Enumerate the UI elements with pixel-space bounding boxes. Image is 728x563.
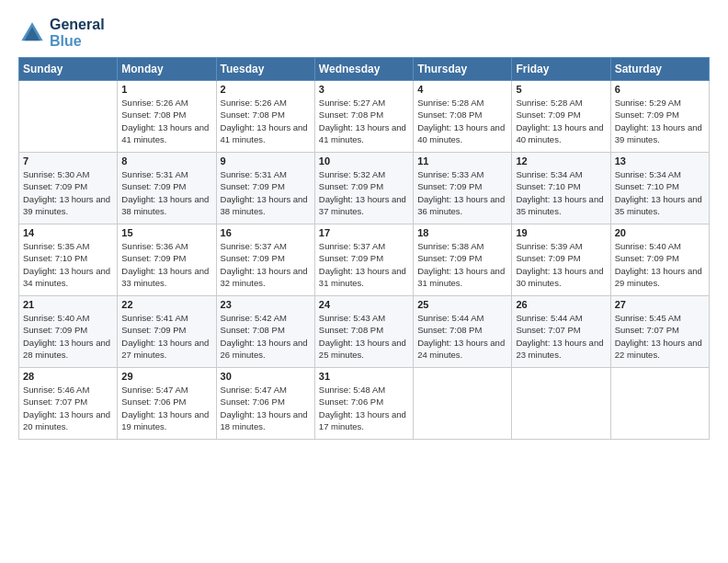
calendar-cell: 10Sunrise: 5:32 AMSunset: 7:09 PMDayligh…: [314, 153, 413, 224]
cell-info: Sunrise: 5:31 AMSunset: 7:09 PMDaylight:…: [121, 169, 209, 216]
cell-info: Sunrise: 5:28 AMSunset: 7:09 PMDaylight:…: [516, 98, 603, 144]
cell-info: Sunrise: 5:35 AMSunset: 7:10 PMDaylight:…: [23, 241, 110, 288]
calendar-cell: 11Sunrise: 5:33 AMSunset: 7:09 PMDayligh…: [414, 153, 512, 224]
header: General Blue: [18, 17, 710, 50]
day-number: 28: [23, 371, 113, 382]
day-number: 17: [319, 227, 409, 238]
calendar-cell: 15Sunrise: 5:36 AMSunset: 7:09 PMDayligh…: [118, 224, 216, 296]
day-number: 4: [417, 84, 507, 95]
cell-info: Sunrise: 5:40 AMSunset: 7:09 PMDaylight:…: [615, 241, 702, 288]
calendar-cell: [512, 368, 610, 440]
cell-info: Sunrise: 5:44 AMSunset: 7:07 PMDaylight:…: [516, 313, 603, 360]
calendar-cell: 13Sunrise: 5:34 AMSunset: 7:10 PMDayligh…: [610, 153, 709, 224]
cell-info: Sunrise: 5:44 AMSunset: 7:08 PMDaylight:…: [417, 313, 505, 360]
week-row-2: 14Sunrise: 5:35 AMSunset: 7:10 PMDayligh…: [19, 224, 710, 296]
day-number: 12: [516, 155, 606, 167]
calendar-cell: 30Sunrise: 5:47 AMSunset: 7:06 PMDayligh…: [216, 368, 314, 440]
day-number: 9: [221, 155, 311, 167]
cell-info: Sunrise: 5:34 AMSunset: 7:10 PMDaylight:…: [615, 169, 702, 216]
calendar-cell: 24Sunrise: 5:43 AMSunset: 7:08 PMDayligh…: [314, 296, 413, 368]
week-row-0: 1Sunrise: 5:26 AMSunset: 7:08 PMDaylight…: [19, 81, 710, 153]
calendar-cell: 1Sunrise: 5:26 AMSunset: 7:08 PMDaylight…: [118, 81, 216, 153]
calendar-cell: 19Sunrise: 5:39 AMSunset: 7:09 PMDayligh…: [512, 224, 610, 296]
calendar-cell: [610, 368, 709, 440]
calendar-cell: 20Sunrise: 5:40 AMSunset: 7:09 PMDayligh…: [610, 224, 709, 296]
day-number: 1: [121, 84, 211, 95]
weekday-wednesday: Wednesday: [314, 58, 413, 81]
day-number: 3: [319, 84, 409, 95]
day-number: 26: [516, 299, 606, 310]
cell-info: Sunrise: 5:37 AMSunset: 7:09 PMDaylight:…: [221, 241, 308, 288]
cell-info: Sunrise: 5:36 AMSunset: 7:09 PMDaylight:…: [121, 241, 209, 288]
day-number: 14: [23, 227, 113, 238]
calendar-cell: 21Sunrise: 5:40 AMSunset: 7:09 PMDayligh…: [19, 296, 118, 368]
page: General Blue SundayMondayTuesdayWednesda…: [0, 0, 728, 563]
week-row-1: 7Sunrise: 5:30 AMSunset: 7:09 PMDaylight…: [19, 153, 710, 224]
cell-info: Sunrise: 5:47 AMSunset: 7:06 PMDaylight:…: [221, 385, 308, 431]
day-number: 6: [615, 84, 705, 95]
cell-info: Sunrise: 5:30 AMSunset: 7:09 PMDaylight:…: [23, 169, 110, 216]
weekday-sunday: Sunday: [19, 58, 118, 81]
logo-text: General Blue: [50, 17, 105, 50]
day-number: 19: [516, 227, 606, 238]
calendar-cell: 28Sunrise: 5:46 AMSunset: 7:07 PMDayligh…: [19, 368, 118, 440]
calendar-cell: 27Sunrise: 5:45 AMSunset: 7:07 PMDayligh…: [610, 296, 709, 368]
day-number: 5: [516, 84, 606, 95]
day-number: 20: [615, 227, 705, 238]
calendar-cell: 25Sunrise: 5:44 AMSunset: 7:08 PMDayligh…: [414, 296, 512, 368]
cell-info: Sunrise: 5:26 AMSunset: 7:08 PMDaylight:…: [121, 98, 209, 144]
cell-info: Sunrise: 5:37 AMSunset: 7:09 PMDaylight:…: [319, 241, 406, 288]
day-number: 8: [121, 155, 211, 167]
calendar-cell: 3Sunrise: 5:27 AMSunset: 7:08 PMDaylight…: [314, 81, 413, 153]
calendar-cell: 7Sunrise: 5:30 AMSunset: 7:09 PMDaylight…: [19, 153, 118, 224]
day-number: 24: [319, 299, 409, 310]
weekday-monday: Monday: [118, 58, 216, 81]
day-number: 22: [121, 299, 211, 310]
logo: General Blue: [18, 17, 105, 50]
calendar-cell: 4Sunrise: 5:28 AMSunset: 7:08 PMDaylight…: [414, 81, 512, 153]
day-number: 31: [319, 371, 409, 382]
cell-info: Sunrise: 5:34 AMSunset: 7:10 PMDaylight:…: [516, 169, 603, 216]
cell-info: Sunrise: 5:39 AMSunset: 7:09 PMDaylight:…: [516, 241, 603, 288]
weekday-tuesday: Tuesday: [216, 58, 314, 81]
calendar-cell: 6Sunrise: 5:29 AMSunset: 7:09 PMDaylight…: [610, 81, 709, 153]
calendar-cell: 23Sunrise: 5:42 AMSunset: 7:08 PMDayligh…: [216, 296, 314, 368]
cell-info: Sunrise: 5:48 AMSunset: 7:06 PMDaylight:…: [319, 385, 406, 431]
day-number: 27: [615, 299, 705, 310]
calendar-cell: [19, 81, 118, 153]
day-number: 13: [615, 155, 705, 167]
day-number: 15: [121, 227, 211, 238]
calendar-cell: 22Sunrise: 5:41 AMSunset: 7:09 PMDayligh…: [118, 296, 216, 368]
cell-info: Sunrise: 5:43 AMSunset: 7:08 PMDaylight:…: [319, 313, 406, 360]
cell-info: Sunrise: 5:45 AMSunset: 7:07 PMDaylight:…: [615, 313, 702, 360]
weekday-friday: Friday: [512, 58, 610, 81]
calendar-cell: 17Sunrise: 5:37 AMSunset: 7:09 PMDayligh…: [314, 224, 413, 296]
cell-info: Sunrise: 5:41 AMSunset: 7:09 PMDaylight:…: [121, 313, 209, 360]
week-row-4: 28Sunrise: 5:46 AMSunset: 7:07 PMDayligh…: [19, 368, 710, 440]
day-number: 30: [221, 371, 311, 382]
calendar-cell: 12Sunrise: 5:34 AMSunset: 7:10 PMDayligh…: [512, 153, 610, 224]
week-row-3: 21Sunrise: 5:40 AMSunset: 7:09 PMDayligh…: [19, 296, 710, 368]
weekday-saturday: Saturday: [610, 58, 709, 81]
weekday-header-row: SundayMondayTuesdayWednesdayThursdayFrid…: [19, 58, 710, 81]
calendar-cell: 29Sunrise: 5:47 AMSunset: 7:06 PMDayligh…: [118, 368, 216, 440]
day-number: 18: [417, 227, 507, 238]
cell-info: Sunrise: 5:29 AMSunset: 7:09 PMDaylight:…: [615, 98, 702, 144]
cell-info: Sunrise: 5:40 AMSunset: 7:09 PMDaylight:…: [23, 313, 110, 360]
calendar-cell: 14Sunrise: 5:35 AMSunset: 7:10 PMDayligh…: [19, 224, 118, 296]
cell-info: Sunrise: 5:31 AMSunset: 7:09 PMDaylight:…: [221, 169, 308, 216]
day-number: 10: [319, 155, 409, 167]
day-number: 16: [221, 227, 311, 238]
calendar-cell: 31Sunrise: 5:48 AMSunset: 7:06 PMDayligh…: [314, 368, 413, 440]
calendar-cell: 8Sunrise: 5:31 AMSunset: 7:09 PMDaylight…: [118, 153, 216, 224]
day-number: 23: [221, 299, 311, 310]
cell-info: Sunrise: 5:28 AMSunset: 7:08 PMDaylight:…: [417, 98, 505, 144]
calendar-cell: 26Sunrise: 5:44 AMSunset: 7:07 PMDayligh…: [512, 296, 610, 368]
day-number: 29: [121, 371, 211, 382]
calendar-cell: 2Sunrise: 5:26 AMSunset: 7:08 PMDaylight…: [216, 81, 314, 153]
weekday-thursday: Thursday: [414, 58, 512, 81]
calendar-cell: 16Sunrise: 5:37 AMSunset: 7:09 PMDayligh…: [216, 224, 314, 296]
cell-info: Sunrise: 5:26 AMSunset: 7:08 PMDaylight:…: [221, 98, 308, 144]
day-number: 25: [417, 299, 507, 310]
calendar-cell: 18Sunrise: 5:38 AMSunset: 7:09 PMDayligh…: [414, 224, 512, 296]
